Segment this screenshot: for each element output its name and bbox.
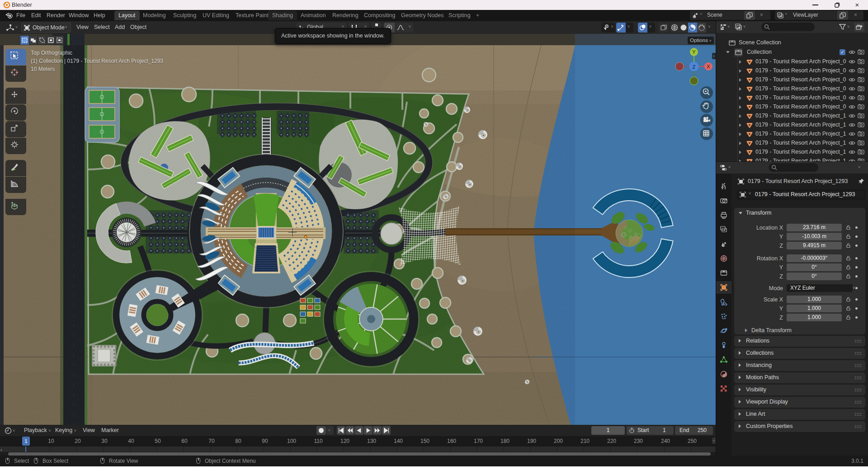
svg-text:Y: Y [692, 49, 696, 55]
svg-text:Z: Z [692, 64, 695, 70]
svg-text:X: X [707, 64, 710, 69]
